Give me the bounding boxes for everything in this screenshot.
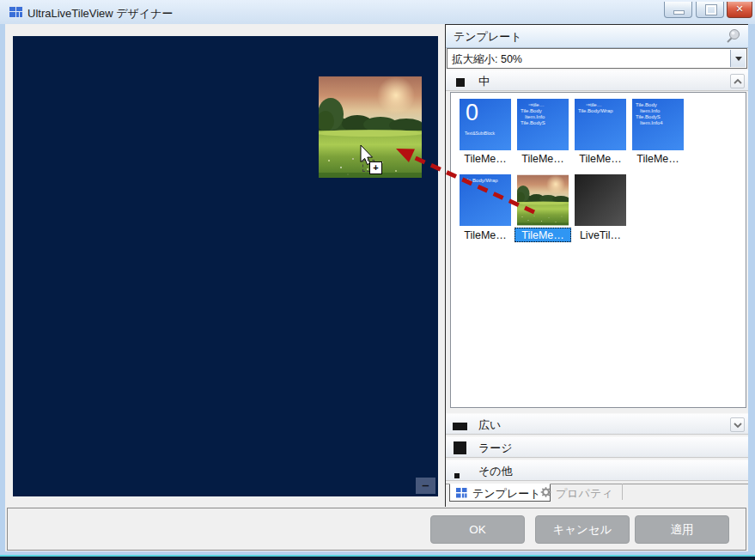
section-wide-header[interactable]: 広い xyxy=(446,413,748,435)
template-tile[interactable]: ⇒tile… Tile.Body Item.Info Tile.BodyS xyxy=(517,99,569,150)
window-title: UltraLiveTileView デザイナー xyxy=(27,6,174,21)
template-tile[interactable]: 0 Text&SubtBlock xyxy=(460,99,511,150)
tile-text-preview: ⇒tile… Tile.Body Item.Info Tile.BodyS xyxy=(517,99,569,126)
section-other-header[interactable]: その他 xyxy=(446,460,748,481)
section-medium-header[interactable]: 中 xyxy=(446,70,748,91)
medium-template-list: 0 Text&SubtBlock ⇒tile… Tile.Body Item.I… xyxy=(450,92,746,408)
panel-tabbar: テンプレート プロパティ xyxy=(446,484,748,508)
tile-label[interactable]: TileMe… xyxy=(457,152,514,167)
template-tile[interactable]: Tile.Body Item.Info Tile.BodyS Item.Info… xyxy=(632,99,684,150)
copy-plus-icon: + xyxy=(369,161,382,174)
tab-properties-label: プロパティ xyxy=(556,487,613,500)
maximize-icon xyxy=(706,5,716,15)
zoom-out-icon: – xyxy=(422,478,429,492)
close-icon: ✕ xyxy=(728,3,752,15)
template-tile[interactable]: Tile.Body/Wrap xyxy=(460,174,511,226)
tile-label[interactable]: LiveTil… xyxy=(572,228,629,243)
wide-size-icon xyxy=(453,423,467,430)
panel-title: テンプレート xyxy=(454,29,522,45)
medium-size-icon xyxy=(456,78,465,87)
chevron-up-icon xyxy=(733,77,743,86)
tile-text-preview: Tile.Body/Wrap xyxy=(460,174,511,184)
close-button[interactable]: ✕ xyxy=(727,2,752,18)
zoom-out-button[interactable]: – xyxy=(416,478,435,494)
zoom-scale-select[interactable]: 拡大縮小: 50% xyxy=(447,48,747,69)
section-large-label: ラージ xyxy=(478,441,513,456)
large-size-icon xyxy=(454,441,466,454)
collapse-medium-button[interactable] xyxy=(730,74,745,88)
zoom-scale-dropdown-button[interactable] xyxy=(730,50,746,67)
tile-label[interactable]: TileMe… xyxy=(457,228,514,243)
section-wide-label: 広い xyxy=(478,417,501,433)
expand-wide-button[interactable] xyxy=(730,417,745,432)
tab-properties[interactable]: プロパティ xyxy=(535,484,623,500)
pushpin-icon[interactable] xyxy=(724,27,741,45)
design-canvas[interactable]: – xyxy=(13,36,438,496)
tile-grid-icon xyxy=(456,488,467,498)
template-panel: テンプレート 拡大縮小: 50% 中 xyxy=(445,24,748,507)
maximize-button[interactable] xyxy=(696,2,724,18)
tile-text-preview: ⇒tile… Tile.Body/Wrap xyxy=(575,99,626,114)
template-tile-livetile[interactable] xyxy=(575,174,626,226)
section-medium-label: 中 xyxy=(478,74,490,89)
dropdown-arrow-icon xyxy=(735,57,742,61)
designer-dialog: UltraLiveTileView デザイナー ✕ – テンプレート xyxy=(0,0,755,560)
tile-label[interactable]: TileMe… xyxy=(514,152,571,167)
panel-header: テンプレート xyxy=(446,25,748,48)
tile-label-selected[interactable]: TileMe… xyxy=(514,228,571,242)
titlebar[interactable]: UltraLiveTileView デザイナー ✕ xyxy=(0,0,755,24)
cancel-button[interactable]: キャンセル xyxy=(535,515,630,544)
section-other-label: その他 xyxy=(478,464,513,479)
other-size-icon xyxy=(454,473,460,478)
tile-caption-preview: Text&SubtBlock xyxy=(460,131,511,136)
tile-label[interactable]: TileMe… xyxy=(572,152,629,167)
apply-button[interactable]: 適用 xyxy=(635,515,729,544)
gear-icon xyxy=(540,487,551,497)
section-large-header[interactable]: ラージ xyxy=(446,436,748,458)
chevron-down-icon xyxy=(733,421,743,429)
tile-label[interactable]: TileMe… xyxy=(630,152,686,167)
dialog-footer: OK キャンセル 適用 xyxy=(7,508,746,551)
window-shadow-edge xyxy=(0,557,755,560)
tab-template-label: テンプレート xyxy=(472,487,541,500)
template-tile-image[interactable] xyxy=(517,174,569,226)
ok-button[interactable]: OK xyxy=(430,515,525,544)
app-icon xyxy=(9,6,23,18)
zoom-scale-value: 拡大縮小: 50% xyxy=(452,52,522,67)
template-tile[interactable]: ⇒tile… Tile.Body/Wrap xyxy=(575,99,626,150)
minimize-button[interactable] xyxy=(664,2,692,18)
tile-number-preview: 0 xyxy=(460,99,511,125)
tile-text-preview: Tile.Body Item.Info Tile.BodyS Item.Info… xyxy=(632,99,684,126)
minimize-icon xyxy=(673,10,685,15)
